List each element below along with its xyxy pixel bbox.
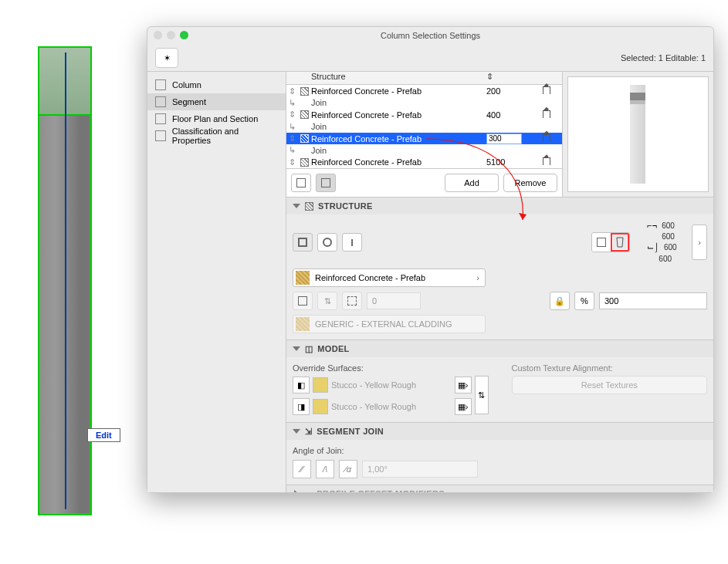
home-icon [543, 134, 550, 142]
segment-row[interactable]: ⇕Reinforced Concrete - Prefab400 [286, 109, 562, 120]
home-icon [543, 157, 550, 165]
minimize-icon[interactable] [167, 31, 175, 39]
section-header-join[interactable]: ⇲SEGMENT JOIN [286, 423, 713, 440]
settings-dialog: Column Selection Settings ✶ Selected: 1 … [147, 26, 714, 493]
segment-row-selected[interactable]: ⇕Reinforced Concrete - Prefab [286, 133, 562, 144]
cladding-swatch-icon [296, 317, 310, 331]
core-ref-button [342, 292, 362, 310]
sidebar-item-segment[interactable]: Segment [147, 93, 286, 110]
dim-d: 600 [659, 255, 682, 263]
core-offset-input [367, 292, 421, 309]
selection-count: Selected: 1 Editable: 1 [621, 53, 706, 62]
sidebar: Column Segment Floor Plan and Section Cl… [147, 72, 286, 492]
cube-top-icon: ◧ [293, 377, 310, 393]
surface-row[interactable]: ◧ Stucco - Yellow Rough ▦› [293, 376, 472, 394]
edit-tag[interactable]: Edit [87, 428, 120, 442]
dim-bottom-icon: ⌙⌡ [647, 242, 659, 252]
dims-expand-button[interactable]: › [692, 225, 707, 260]
window-title: Column Selection Settings [381, 31, 480, 40]
segment-list-header: Structure ⇕ [286, 72, 562, 85]
dim-a: 600 [662, 221, 685, 230]
join-style-1[interactable]: ⁄⁄ [293, 460, 311, 478]
sidebar-label: Floor Plan and Section [172, 114, 258, 123]
segment-preview [567, 76, 709, 192]
window-controls [154, 31, 188, 39]
lock-button[interactable]: 🔒 [550, 292, 570, 310]
surface-row[interactable]: ◨ Stucco - Yellow Rough ▦› [293, 397, 472, 416]
segment-icon [155, 96, 166, 107]
shape-rect-button[interactable] [293, 233, 313, 252]
zoom-icon[interactable] [180, 31, 188, 39]
angle-input [362, 461, 478, 478]
surface-more-button[interactable]: ▦› [455, 377, 472, 393]
home-icon [543, 110, 550, 118]
length-icon: ⇕ [486, 72, 493, 81]
column-3d [38, 46, 92, 515]
section-header-profile[interactable]: ⇔PROFILE OFFSET MODIFIERS [286, 485, 713, 492]
percent-button[interactable]: % [574, 292, 594, 310]
topbar: ✶ Selected: 1 Editable: 1 [147, 44, 713, 72]
angle-label: Angle of Join: [293, 446, 707, 455]
chevron-down-icon [293, 204, 300, 208]
cladding-picker: GENERIC - EXTERNAL CLADDING [293, 315, 486, 333]
col-structure: Structure [297, 72, 486, 84]
favorites-button[interactable]: ✶ [155, 48, 178, 68]
dim-b: 600 [662, 232, 685, 241]
section-profile-offset: ⇔PROFILE OFFSET MODIFIERS [286, 485, 713, 492]
sidebar-item-column[interactable]: Column [147, 76, 286, 93]
segment-length-input[interactable] [486, 133, 522, 144]
segment-row[interactable]: ⇕Reinforced Concrete - Prefab5100 [286, 157, 562, 168]
join-row[interactable]: ↳Join [286, 144, 562, 156]
join-style-3[interactable]: ⁄α [339, 460, 357, 478]
reset-textures-button: Reset Textures [512, 376, 708, 394]
join-row[interactable]: ↳Join [286, 97, 562, 109]
section-structure: STRUCTURE I [286, 197, 713, 339]
join-style-2[interactable]: /\ [316, 460, 334, 478]
core-link-button: ⇅ [317, 292, 337, 310]
hatch-icon [300, 158, 309, 167]
sidebar-label: Classification and Properties [172, 127, 278, 145]
offset-icon: ⇔ [305, 489, 312, 493]
sidebar-label: Column [172, 80, 201, 89]
material-picker[interactable]: Reinforced Concrete - Prefab › [293, 268, 486, 287]
classification-icon [155, 130, 166, 141]
sidebar-item-floorplan[interactable]: Floor Plan and Section [147, 110, 286, 127]
taper-value-input[interactable] [599, 292, 707, 309]
single-segment-mode[interactable] [291, 174, 311, 192]
cube-icon: ◫ [305, 344, 313, 354]
hatch-icon [300, 134, 309, 143]
join-icon: ⇲ [305, 427, 312, 437]
section-header-structure[interactable]: STRUCTURE [286, 198, 713, 214]
section-join: ⇲SEGMENT JOIN Angle of Join: ⁄⁄ /\ ⁄α [286, 422, 713, 485]
home-icon [543, 86, 550, 94]
section-header-model[interactable]: ◫MODEL [286, 340, 713, 357]
sidebar-label: Segment [172, 97, 206, 106]
taper-linear-button[interactable] [611, 233, 629, 252]
taper-none-button[interactable] [592, 233, 611, 252]
texture-label: Custom Texture Alignment: [512, 363, 708, 373]
dim-c: 600 [664, 243, 687, 252]
hatch-icon [305, 202, 313, 211]
hatch-icon [300, 87, 309, 96]
section-model: ◫MODEL Override Surfaces: ◧ Stucco - Yel… [286, 339, 713, 422]
shape-circle-button[interactable] [317, 233, 337, 252]
join-row[interactable]: ↳Join [286, 120, 562, 132]
cube-side-icon: ◨ [293, 398, 310, 415]
surface-swatch-icon [313, 377, 328, 393]
preview-column [630, 85, 645, 184]
shape-profile-button[interactable]: I [342, 233, 362, 252]
segment-list: Structure ⇕ ⇕Reinforced Concrete - Prefa… [286, 72, 563, 197]
multi-segment-mode[interactable] [316, 174, 336, 192]
material-swatch-icon [296, 271, 310, 285]
surface-link-button[interactable]: ⇅ [475, 376, 489, 414]
add-button[interactable]: Add [445, 174, 499, 192]
segment-row[interactable]: ⇕Reinforced Concrete - Prefab200 [286, 85, 562, 96]
floorplan-icon [155, 113, 166, 124]
titlebar: Column Selection Settings [147, 27, 713, 44]
surface-more-button[interactable]: ▦› [455, 398, 472, 415]
remove-button[interactable]: Remove [503, 174, 557, 192]
sidebar-item-classification[interactable]: Classification and Properties [147, 127, 286, 144]
chevron-right-icon [294, 490, 299, 492]
close-icon[interactable] [154, 31, 162, 39]
taper-tabs [591, 232, 630, 252]
